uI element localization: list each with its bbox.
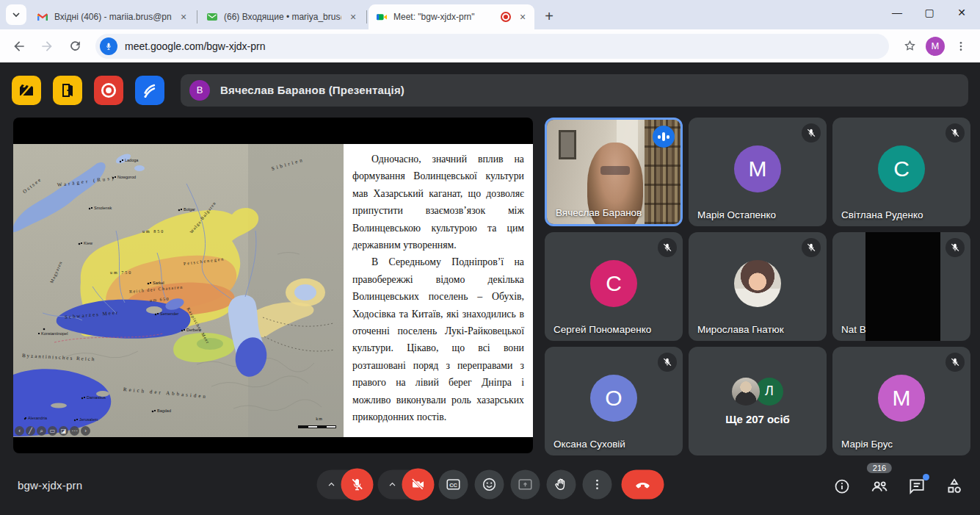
letter-avatar: С: [590, 260, 637, 307]
present-screen-button[interactable]: [510, 469, 540, 499]
tile-svitlana-rudenko[interactable]: С Світлана Руденко: [832, 118, 970, 226]
tab-close-icon[interactable]: ×: [347, 11, 359, 23]
scribble-pens-icon: [141, 82, 159, 99]
participant-name: Nat B: [841, 324, 866, 335]
presentation-tile[interactable]: Ostsee Waräger (Rus) Sibirien Wolga-Bulg…: [13, 118, 533, 453]
meet-main-area: Ostsee Waräger (Rus) Sibirien Wolga-Bulg…: [0, 118, 980, 455]
close-button[interactable]: ✕: [955, 7, 968, 18]
bookmark-star-button[interactable]: [898, 35, 921, 58]
tab-divider: [366, 10, 367, 24]
slide-paragraph: Одночасно, значний вплив на формування В…: [352, 151, 524, 253]
new-tab-button[interactable]: +: [539, 6, 559, 26]
participant-name: Оксана Суховій: [553, 439, 625, 450]
map-captions-button[interactable]: ▭: [48, 426, 57, 436]
tab-search-button[interactable]: [6, 4, 26, 25]
letter-avatar: С: [878, 145, 925, 192]
people-icon: [870, 477, 889, 496]
forward-button[interactable]: [35, 35, 59, 58]
mic-options-button[interactable]: [322, 475, 340, 493]
tab-close-icon[interactable]: ×: [517, 11, 529, 23]
more-people-label: Ще 207 осіб: [725, 413, 790, 425]
browser-menu-button[interactable]: [949, 35, 973, 58]
camera-options-button[interactable]: [383, 475, 401, 493]
mailru-envelope-icon: [206, 11, 218, 23]
tile-oksana-sukhovii[interactable]: О Оксана Суховій: [545, 347, 683, 455]
map-city-alexandria: Alexandria: [25, 416, 47, 420]
browser-window: Вхідні (406) - mariia.brus@pnu. × (66) В…: [0, 0, 980, 515]
tab-mailru[interactable]: (66) Входящие • mariya_brus@ ×: [199, 4, 365, 29]
raise-hand-button[interactable]: [546, 469, 576, 499]
tab-meet-active[interactable]: Meet: "bgw-xjdx-prn" ×: [369, 4, 534, 29]
tab-gmail[interactable]: Вхідні (406) - mariia.brus@pnu. ×: [29, 4, 195, 29]
browser-toolbar: meet.google.com/bgw-xjdx-prn M: [0, 29, 980, 62]
tab-close-icon[interactable]: ×: [178, 11, 189, 23]
map-city-bagdad: Bagdad: [154, 408, 171, 413]
show-everyone-button[interactable]: 216: [870, 477, 889, 496]
photo-avatar: [734, 260, 781, 307]
tile-myroslava-hnatiuk[interactable]: Мирослава Гнатюк: [689, 232, 827, 341]
presenter-avatar: В: [189, 80, 210, 101]
reactions-button[interactable]: [474, 469, 504, 499]
meet-top-bar: В Вячеслав Баранов (Презентація): [0, 62, 980, 118]
map-back-button[interactable]: ‹: [15, 426, 24, 436]
back-button[interactable]: [7, 35, 31, 58]
map-forward-button[interactable]: ›: [81, 426, 90, 436]
extension-door-button[interactable]: [53, 76, 82, 105]
map-shape-button[interactable]: ◪: [59, 426, 68, 436]
slide-paragraph: В Середньому Подніпров’ї на правобережжі…: [352, 253, 524, 425]
presented-slide: Ostsee Waräger (Rus) Sibirien Wolga-Bulg…: [13, 144, 533, 437]
kebab-menu-icon: [590, 478, 603, 491]
activities-button[interactable]: [945, 477, 964, 496]
mic-off-icon: [802, 123, 821, 143]
extension-record-button[interactable]: [94, 76, 123, 105]
map-city-jerusalem: Jerusalem: [76, 417, 98, 422]
chevron-up-icon: [387, 479, 397, 489]
door-icon: [59, 82, 76, 99]
map-pen-button[interactable]: ╱: [26, 426, 35, 436]
letter-avatar: О: [590, 375, 637, 422]
minimize-button[interactable]: —: [890, 7, 904, 18]
tile-maria-brus[interactable]: М Марія Брус: [832, 347, 970, 455]
mic-off-icon: [945, 123, 965, 143]
map-city-semender: Semender: [157, 311, 178, 316]
map-label-km: km: [316, 417, 323, 421]
tab-recording-indicator-icon: [501, 12, 511, 22]
extension-scribble-button[interactable]: [135, 76, 164, 105]
map-zoom-button[interactable]: ⌕: [37, 426, 46, 436]
map-viewer-toolbar: ‹ ╱ ⌕ ▭ ◪ ⋯ ›: [15, 426, 90, 436]
meeting-details-button[interactable]: [832, 477, 852, 496]
tile-viacheslav-baranov[interactable]: Вячеслав Баранов: [545, 118, 683, 226]
svg-text:CC: CC: [449, 481, 457, 488]
tab-divider: [197, 10, 197, 24]
tile-overflow-more-people[interactable]: Л Ще 207 осіб: [689, 347, 827, 455]
participant-name: Світлана Руденко: [841, 209, 923, 220]
captions-button[interactable]: CC: [438, 469, 468, 499]
presenter-banner[interactable]: В Вячеслав Баранов (Презентація): [181, 74, 968, 107]
tile-sergey-ponomarenko[interactable]: С Сергей Пономаренко: [545, 232, 683, 341]
camera-control-group: [377, 469, 432, 499]
map-city-damaskus: Damaskus: [84, 395, 106, 400]
tile-maria-ostapenko[interactable]: М Марія Остапенко: [689, 118, 827, 226]
extension-attendance-button[interactable]: [12, 76, 41, 105]
camera-off-icon: [410, 477, 425, 491]
participants-grid: Вячеслав Баранов М Марія Остапенко С Сві…: [545, 118, 970, 455]
participant-name: Марія Остапенко: [697, 209, 776, 220]
profile-avatar[interactable]: M: [926, 37, 945, 56]
chat-button[interactable]: [907, 477, 926, 496]
camera-off-button[interactable]: [402, 468, 434, 500]
mic-control-group: [316, 469, 371, 499]
address-bar[interactable]: meet.google.com/bgw-xjdx-prn: [95, 34, 889, 59]
more-options-button[interactable]: [582, 469, 611, 499]
reload-button[interactable]: [63, 35, 87, 58]
tile-nat-b[interactable]: Nat B: [832, 232, 970, 341]
map-scale-bar: [298, 425, 336, 428]
hang-up-icon: [634, 475, 651, 493]
mic-muted-button[interactable]: [341, 468, 373, 500]
meeting-code: bgw-xjdx-prn: [18, 479, 82, 491]
end-call-button[interactable]: [621, 469, 664, 499]
photo-avatar: [732, 378, 760, 406]
map-more-button[interactable]: ⋯: [70, 426, 79, 436]
map-city-nowgorod: Nowgorod: [115, 175, 136, 179]
kebab-menu-icon: [955, 40, 967, 52]
maximize-button[interactable]: ▢: [923, 7, 936, 18]
